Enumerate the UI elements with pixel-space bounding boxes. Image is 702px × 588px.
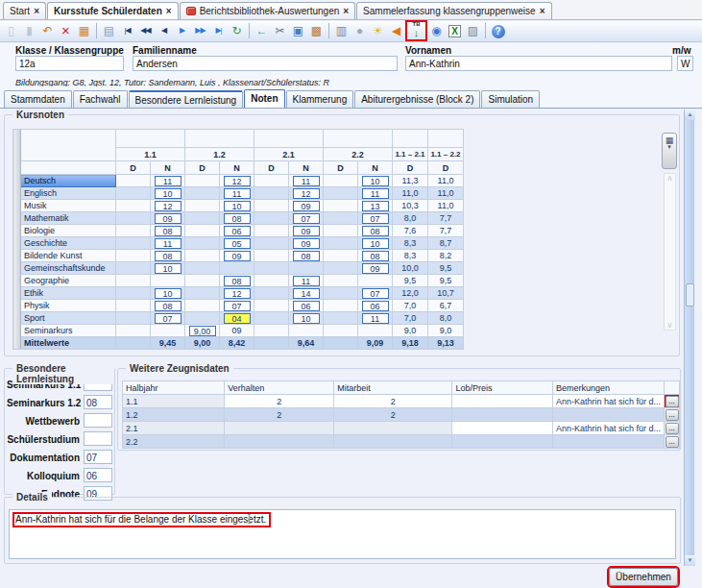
tab-klammerung[interactable]: Klammerung [286,90,354,108]
grade-input[interactable]: 07 [293,213,320,224]
grade-input[interactable]: 07 [362,288,389,299]
grade-input[interactable]: 14 [293,288,320,299]
grade-input[interactable]: 11 [362,188,389,199]
fast-forward-icon[interactable]: ▶▶ [191,22,209,39]
subject-cell[interactable]: Mathematik [21,212,116,225]
column-chooser-button[interactable]: ▦ ▾ [662,133,677,169]
grade-input[interactable]: 07 [155,313,182,324]
folder-stack-icon[interactable]: ▤ [100,22,118,39]
grade-input[interactable]: 09 [155,213,182,224]
bemerkungen-cell[interactable]: Ann-Kathrin hat sich für d... [552,395,664,408]
grid-scrollbar[interactable]: ∧ ∨ [664,173,676,331]
grade-input[interactable]: 08 [155,301,182,311]
grade-input[interactable]: 09 [293,226,320,236]
close-tab-icon[interactable]: × [540,6,545,16]
verhalten-cell[interactable]: 2 [225,408,334,422]
bll-input-seminarkurs-1-2[interactable]: 08 [84,395,112,409]
tab-stammdaten[interactable]: Stammdaten [4,90,72,108]
next-record-icon[interactable]: ▶ [173,22,191,39]
excel-export-icon[interactable]: X [446,22,464,39]
grade-input[interactable]: 10 [224,201,251,211]
grade-input[interactable]: 12 [155,201,182,211]
grade-input[interactable]: 11 [155,238,182,249]
save-icon[interactable]: ▮ [20,22,38,39]
tab-fachwahl[interactable]: Fachwahl [73,90,128,108]
edit-grid-icon[interactable]: ▦ [75,22,93,39]
bemerkungen-cell[interactable]: Ann-Kathrin hat sich für d... [552,422,664,435]
window-tab-kursstufe-sch-lerdaten[interactable]: Kursstufe Schülerdaten× [47,2,179,19]
tab-abiturergebnisse-block-2[interactable]: Abiturergebnisse (Block 2) [354,90,480,108]
grade-input[interactable]: 10 [293,313,320,324]
grade-input[interactable]: 10 [362,176,389,186]
subject-cell[interactable]: Deutsch [21,175,116,187]
database-icon[interactable]: ◉ [427,22,446,39]
grade-input[interactable]: 09 [293,238,320,249]
undo-icon[interactable]: ↶ [38,22,57,39]
grade-input[interactable]: 09 [362,263,389,274]
verhalten-cell[interactable]: 2 [225,395,334,408]
window-tab-start[interactable]: Start× [3,2,46,19]
grade-input[interactable]: 10 [155,288,182,299]
mitarbeit-cell[interactable] [334,435,452,449]
subject-cell[interactable]: Gemeinschaftskunde [21,262,116,275]
grade-input[interactable]: 08 [293,251,320,261]
help-icon[interactable]: ? [489,22,507,39]
grade-input[interactable]: 04 [224,313,251,324]
grade-input[interactable]: 05 [224,238,251,249]
subject-cell[interactable]: Geographie [21,275,116,287]
grade-input[interactable]: 11 [293,176,320,186]
subject-cell[interactable]: Englisch [21,187,116,200]
bll-input-wettbewerb[interactable] [84,413,112,428]
grade-input[interactable]: 11 [224,188,251,199]
record-icon[interactable]: ● [351,22,369,39]
fast-backward-icon[interactable]: ◀◀ [136,22,155,39]
window-tab-sammelerfassung-klassengruppenweise[interactable]: Sammelerfassung klassengruppenweise× [356,2,551,19]
announcement-icon[interactable]: ◀ [387,22,405,39]
mw-input[interactable]: W [677,56,693,71]
bemerkungen-ellipsis-button[interactable]: ... [666,423,679,434]
grade-input[interactable]: 08 [224,213,251,224]
cut-icon[interactable]: ✂ [271,22,289,39]
grade-input[interactable]: 13 [362,201,389,211]
details-textarea[interactable]: Ann-Kathrin hat sich für die Belange der… [9,509,676,559]
mitarbeit-cell[interactable] [334,422,452,435]
subject-cell[interactable]: Musik [21,200,116,212]
verhalten-cell[interactable] [225,422,334,435]
first-record-icon[interactable]: |◀ [118,22,136,39]
subject-cell[interactable]: Seminarkurs [21,325,116,337]
back-arrow-icon[interactable]: ← [253,22,271,39]
subject-cell[interactable]: Geschichte [21,237,116,250]
grade-input[interactable]: 12 [224,176,251,186]
grade-input[interactable]: 10 [155,188,182,199]
subject-cell[interactable]: Ethik [21,287,116,300]
grade-input[interactable]: 11 [155,176,182,186]
bemerkungen-ellipsis-button[interactable]: ... [666,396,679,407]
bemerkungen-ellipsis-button[interactable]: ... [666,436,679,448]
tab-simulation[interactable]: Simulation [481,90,540,108]
grade-input[interactable]: 06 [224,226,251,236]
copy-icon[interactable]: ▣ [289,22,307,39]
scroll-up-icon[interactable]: ▲ [685,110,695,120]
lob-preis-cell[interactable] [452,408,553,422]
familienname-input[interactable]: Andersen [133,56,398,71]
close-tab-icon[interactable]: × [34,6,39,16]
subject-cell[interactable]: Biologie [21,225,116,237]
tb-export-icon[interactable]: TB↓ [407,22,425,39]
bemerkungen-cell[interactable] [552,408,664,422]
print-preview-icon[interactable]: ▨ [464,22,482,39]
grade-input[interactable]: 06 [293,301,320,311]
scrollbar-thumb[interactable] [686,283,694,306]
klasse-input[interactable]: 12a [15,56,124,71]
window-tab-berichtsbibliothek-auswertungen[interactable]: Berichtsbibliothek-Auswertungen× [180,2,355,19]
grade-input[interactable]: 07 [224,301,251,311]
subject-cell[interactable]: Physik [21,300,116,312]
bemerkungen-cell[interactable] [552,435,664,449]
close-tab-icon[interactable]: × [166,6,172,16]
vertical-scrollbar[interactable]: ▲ ▼ [684,110,694,566]
scroll-down-icon[interactable]: ▼ [685,555,695,566]
lob-preis-cell[interactable] [452,395,553,408]
bll-input-sch-lerstudium[interactable] [84,431,112,446]
grade-input[interactable]: 07 [362,213,389,224]
tab-noten[interactable]: Noten [244,89,284,108]
bll-input-dokumentation[interactable]: 07 [84,450,112,464]
